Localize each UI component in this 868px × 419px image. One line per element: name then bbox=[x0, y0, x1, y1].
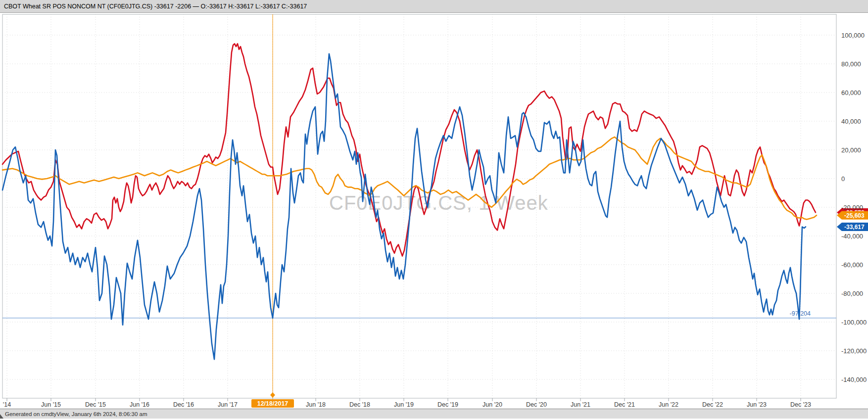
x-axis-label: Jun '15 bbox=[41, 401, 61, 408]
x-axis-label: Jun '16 bbox=[130, 401, 149, 408]
y-axis-label: -40,000 bbox=[841, 233, 863, 240]
x-axis-label: Dec '19 bbox=[437, 401, 458, 408]
x-axis-label: Dec '16 bbox=[173, 401, 194, 408]
y-axis-label: 80,000 bbox=[841, 60, 861, 68]
x-axis-label: Jun '22 bbox=[659, 401, 678, 408]
y-axis-label: 100,000 bbox=[841, 32, 865, 39]
chart-title-bar: CBOT Wheat SR POS NONCOM NT (CF0E0JTG.CS… bbox=[0, 0, 868, 13]
x-axis-label: Dec '20 bbox=[526, 401, 547, 408]
chart-canvas[interactable]: -97,204CF0E0JTG.CS, 1 Week100,00080,0006… bbox=[0, 13, 868, 409]
x-axis-label: Jun '17 bbox=[218, 401, 238, 408]
chart-area[interactable]: -97,204CF0E0JTG.CS, 1 Week100,00080,0006… bbox=[0, 13, 868, 409]
y-axis-label: 0 bbox=[841, 175, 845, 183]
y-axis-label: 60,000 bbox=[841, 89, 861, 96]
footer-logo-fragment bbox=[0, 414, 3, 419]
y-axis-label: -80,000 bbox=[841, 290, 863, 297]
footer-bar: Generated on cmdtyView, January 6th 2024… bbox=[0, 409, 868, 419]
y-axis-label: -140,000 bbox=[841, 376, 867, 383]
x-axis-label: Dec '22 bbox=[702, 401, 723, 408]
x-axis-label: Jun '18 bbox=[306, 401, 326, 408]
blue-series-price-tag-label: -33,617 bbox=[844, 224, 865, 231]
y-axis-label: 20,000 bbox=[841, 146, 861, 154]
x-axis-label: Dec '15 bbox=[85, 401, 106, 408]
y-axis-label: 40,000 bbox=[841, 118, 861, 125]
x-axis-date-tag-label: 12/18/2017 bbox=[257, 400, 289, 407]
y-axis-label: -100,000 bbox=[841, 319, 867, 326]
x-axis-label: Dec '21 bbox=[614, 401, 635, 408]
x-axis-label: '14 bbox=[3, 401, 11, 408]
x-axis-label: Dec '18 bbox=[349, 401, 370, 408]
x-axis-label: Jun '21 bbox=[571, 401, 590, 408]
x-axis-label: Jun '23 bbox=[747, 401, 767, 408]
footer-generated-text: Generated on cmdtyView, January 6th 2024… bbox=[5, 411, 147, 417]
x-axis-label: Jun '20 bbox=[482, 401, 502, 408]
y-axis-label: -60,000 bbox=[841, 261, 863, 269]
orange-series-price-tag-label: -25,603 bbox=[844, 212, 865, 219]
y-axis-label: -120,000 bbox=[841, 347, 867, 355]
y-axis-label: -20,000 bbox=[841, 204, 863, 211]
x-axis-label: Jun '19 bbox=[394, 401, 414, 408]
x-axis-label: Dec '23 bbox=[790, 401, 811, 408]
chart-title: CBOT Wheat SR POS NONCOM NT (CF0E0JTG.CS… bbox=[4, 3, 307, 10]
